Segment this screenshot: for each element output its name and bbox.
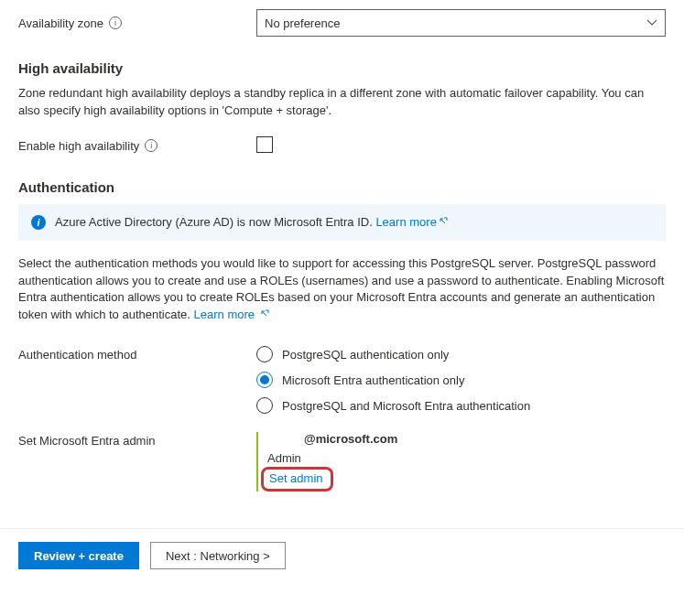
radio-input[interactable]: [256, 372, 273, 388]
auth-method-label: Authentication method: [18, 348, 136, 362]
entra-info-banner: i Azure Active Directory (Azure AD) is n…: [18, 204, 666, 241]
enable-ha-checkbox[interactable]: [256, 136, 273, 153]
availability-zone-row: Availability zone i No preference: [18, 9, 666, 37]
info-icon[interactable]: i: [145, 139, 157, 152]
radio-entra-only[interactable]: Microsoft Entra authentication only: [256, 372, 666, 388]
wizard-footer: Review + create Next : Networking >: [0, 528, 684, 582]
banner-learn-more-link[interactable]: Learn more: [375, 215, 447, 229]
radio-label: PostgreSQL and Microsoft Entra authentic…: [282, 399, 530, 413]
chevron-down-icon: [646, 17, 657, 28]
set-admin-highlight: Set admin: [261, 467, 333, 492]
availability-zone-label: Availability zone: [18, 16, 103, 30]
set-admin-link[interactable]: Set admin: [269, 471, 323, 485]
authentication-description: Select the authentication methods you wo…: [18, 255, 666, 324]
set-admin-row: Set Microsoft Entra admin @microsoft.com…: [18, 432, 666, 492]
auth-learn-more-link[interactable]: Learn more: [194, 308, 269, 321]
enable-ha-label: Enable high availability: [18, 139, 139, 153]
radio-pg-only[interactable]: PostgreSQL authentication only: [256, 346, 666, 362]
radio-label: Microsoft Entra authentication only: [282, 373, 464, 387]
admin-role: Admin: [267, 451, 666, 465]
enable-ha-row: Enable high availability i: [18, 136, 666, 156]
auth-method-radio-group: PostgreSQL authentication only Microsoft…: [256, 346, 666, 414]
availability-zone-dropdown[interactable]: No preference: [256, 9, 666, 37]
radio-label: PostgreSQL authentication only: [282, 348, 449, 362]
radio-both[interactable]: PostgreSQL and Microsoft Entra authentic…: [256, 397, 666, 414]
info-icon: i: [31, 215, 46, 230]
high-availability-title: High availability: [18, 60, 666, 76]
authentication-title: Authentication: [18, 179, 666, 195]
auth-method-row: Authentication method PostgreSQL authent…: [18, 346, 666, 414]
admin-entry: @microsoft.com Admin Set admin: [256, 432, 666, 492]
availability-zone-value: No preference: [265, 16, 340, 30]
radio-input[interactable]: [256, 346, 273, 362]
next-networking-button[interactable]: Next : Networking >: [150, 542, 286, 569]
high-availability-description: Zone redundant high availability deploys…: [18, 85, 666, 120]
external-link-icon: [439, 217, 448, 226]
set-admin-label: Set Microsoft Entra admin: [18, 434, 156, 448]
external-link-icon: [260, 309, 269, 319]
radio-input[interactable]: [256, 397, 273, 414]
admin-email: @microsoft.com: [267, 432, 666, 446]
info-icon[interactable]: i: [109, 16, 122, 29]
banner-text: Azure Active Directory (Azure AD) is now…: [55, 215, 448, 229]
review-create-button[interactable]: Review + create: [18, 542, 139, 569]
